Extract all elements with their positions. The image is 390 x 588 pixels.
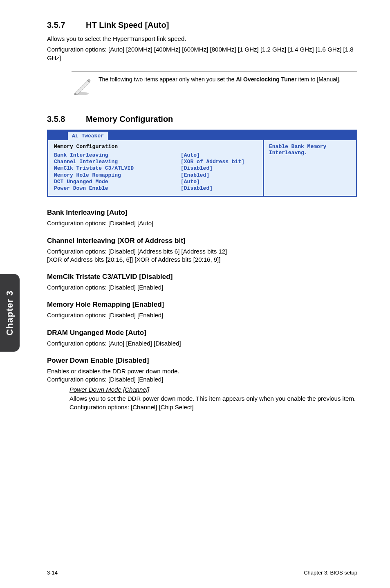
body-text: Configuration options: [Disabled] [Addre…: [47, 247, 357, 256]
note-text-bold: AI Overclocking Tuner: [236, 76, 296, 83]
bios-item-label: Memory Hole Remapping: [54, 172, 181, 179]
sub-item-title: Power Down Mode [Channel]: [69, 386, 357, 393]
bios-panel: Ai Tweaker Memory Configuration Bank Int…: [47, 130, 357, 197]
note-text: The following two items appear only when…: [99, 76, 341, 83]
bios-item-value: [XOR of Address bit]: [181, 159, 244, 165]
bios-item-value: [Auto]: [181, 152, 200, 159]
body-text: Configuration options: [Disabled] [Enabl…: [47, 311, 357, 319]
note-icon: [72, 76, 91, 98]
bios-item-value: [Disabled]: [181, 165, 213, 172]
subsection-title: Bank Interleaving [Auto]: [47, 209, 357, 217]
subsection-title: DRAM Unganged Mode [Auto]: [47, 329, 357, 337]
note-callout: The following two items appear only when…: [72, 71, 357, 102]
bios-help-text: Enable Bank Memory Interleavng.: [264, 140, 356, 196]
body-text: Allows you to select the HyperTransport …: [47, 35, 357, 43]
bios-heading: Memory Configuration: [54, 144, 257, 150]
subsection-title: MemClk Tristate C3/ATLVID [Disabled]: [47, 273, 357, 281]
chapter-tab-label: Chapter 3: [4, 290, 15, 335]
bios-item-label: Bank Interleaving: [54, 152, 181, 159]
bios-item-value: [Auto]: [181, 179, 200, 185]
bios-item-value: [Disabled]: [181, 185, 213, 192]
section-title: Memory Configuration: [86, 114, 173, 124]
note-text-post: item to [Manual].: [297, 76, 341, 83]
page-number: 3-14: [47, 570, 58, 576]
page-footer: 3-14 Chapter 3: BIOS setup: [47, 567, 357, 576]
note-text-pre: The following two items appear only when…: [99, 76, 236, 83]
bios-item-label: DCT Unganged Mode: [54, 179, 181, 185]
body-text: Allows you to set the DDR power down mod…: [69, 395, 357, 411]
body-text: Configuration options: [Auto] [Enabled] …: [47, 339, 357, 348]
body-text: Configuration options: [Disabled] [Enabl…: [47, 283, 357, 292]
section-title: HT Link Speed [Auto]: [86, 20, 169, 30]
section-number: 3.5.8: [47, 114, 86, 124]
subsection-title: Power Down Enable [Disabled]: [47, 357, 357, 365]
bios-item-label: Power Down Enable: [54, 185, 181, 192]
body-text: Configuration options: [Auto] [200MHz] […: [47, 45, 357, 62]
bios-item-label: MemClk Tristate C3/ATLVID: [54, 165, 181, 172]
chapter-tab: Chapter 3: [0, 274, 20, 352]
body-text: Enables or disables the DDR power down m…: [47, 367, 357, 375]
bios-item-label: Channel Interleaving: [54, 159, 181, 165]
footer-chapter: Chapter 3: BIOS setup: [304, 570, 357, 576]
bios-tab-label: Ai Tweaker: [68, 132, 108, 140]
body-text: Configuration options: [Disabled] [Enabl…: [47, 375, 357, 384]
bios-item-value: [Enabled]: [181, 172, 209, 179]
body-text: Configuration options: [Disabled] [Auto]: [47, 219, 357, 227]
subsection-title: Channel Interleaving [XOR of Address bit…: [47, 237, 357, 245]
section-number: 3.5.7: [47, 20, 86, 30]
subsection-title: Memory Hole Remapping [Enabled]: [47, 301, 357, 309]
body-text: [XOR of Address bits [20:16, 6]] [XOR of…: [47, 256, 357, 264]
